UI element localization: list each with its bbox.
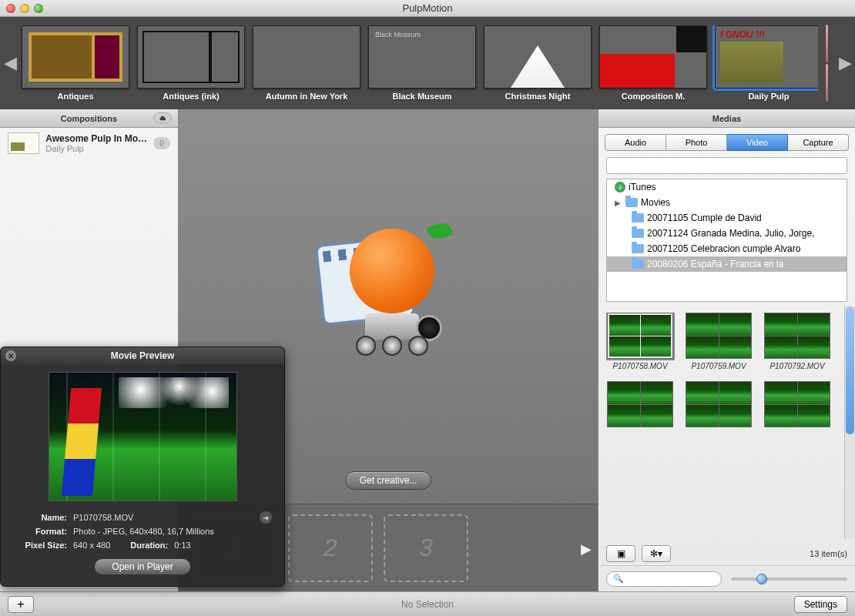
tree-row[interactable]: ♪iTunes <box>607 179 847 195</box>
template-christmas-night[interactable]: Christmas Night <box>484 25 592 101</box>
media-actions-button[interactable]: ✻▾ <box>642 545 671 562</box>
media-grid: P1070758.MOVP1070759.MOVP1070792.MOV <box>606 313 850 539</box>
tree-row[interactable]: ▶Movies <box>607 195 847 210</box>
media-thumb <box>686 381 752 427</box>
itunes-icon: ♪ <box>615 182 625 192</box>
template-composition-m-[interactable]: Composition M. <box>599 25 707 101</box>
tree-label: 20071105 Cumple de David <box>647 213 762 223</box>
template-antiques-ink-[interactable]: Antiques (ink) <box>137 25 245 101</box>
movie-preview-image[interactable] <box>49 372 237 501</box>
template-thumb <box>137 25 245 89</box>
media-thumb <box>607 381 673 427</box>
media-thumb <box>764 313 830 359</box>
drop-slot-2[interactable]: 2 <box>288 514 373 582</box>
reveal-icon[interactable]: ➜ <box>260 511 272 524</box>
media-tab-audio[interactable]: Audio <box>605 134 666 151</box>
tree-label: 20080206 España - Francia en la <box>647 259 783 270</box>
media-tabs: AudioPhotoVideoCapture <box>598 128 855 157</box>
get-creative-button[interactable]: Get creative... <box>345 471 432 490</box>
folder-icon <box>632 229 644 238</box>
composition-badge: 0 <box>153 137 170 149</box>
media-tab-capture[interactable]: Capture <box>788 134 849 151</box>
media-filename: P1070792.MOV <box>770 362 824 370</box>
preview-name-label: Name: <box>13 513 67 522</box>
thumbnail-zoom-slider[interactable] <box>731 572 847 586</box>
close-icon[interactable]: ✕ <box>5 350 16 361</box>
disclosure-icon[interactable]: ▶ <box>615 199 622 207</box>
movie-preview-header[interactable]: ✕ Movie Preview <box>1 347 284 364</box>
composition-title: Awesome Pulp In Mo… <box>45 133 147 144</box>
media-item[interactable]: P1070758.MOV <box>606 313 674 370</box>
media-thumb <box>607 313 673 359</box>
media-item[interactable]: P1070759.MOV <box>685 313 753 370</box>
media-tab-photo[interactable]: Photo <box>666 134 727 151</box>
tree-label: iTunes <box>629 182 656 192</box>
template-daily-pulp[interactable]: Daily Pulp <box>715 25 818 101</box>
preview-duration-value: 0:13 <box>174 541 190 550</box>
footer-status: No Selection <box>0 599 855 610</box>
media-item[interactable] <box>763 381 831 430</box>
template-name: Antiques (ink) <box>163 92 219 101</box>
template-thumb <box>599 25 707 89</box>
search-icon: 🔍 <box>613 574 624 584</box>
media-search-input[interactable]: 🔍 <box>606 571 722 587</box>
app-logo-icon <box>319 225 458 356</box>
template-prev[interactable]: ◀ <box>0 20 20 106</box>
tree-row[interactable]: 20071205 Celebracion cumple Alvaro <box>607 241 847 256</box>
titlebar: PulpMotion <box>0 0 855 17</box>
preview-format-value: Photo - JPEG, 640x480, 16,7 Millions <box>73 527 214 536</box>
media-tab-video[interactable]: Video <box>727 134 788 151</box>
medias-header: Medias <box>598 109 855 128</box>
media-item[interactable] <box>606 381 674 430</box>
template-name: Christmas Night <box>505 92 571 101</box>
camera-icon: ▣ <box>617 548 625 559</box>
tree-row[interactable]: 20080206 España - Francia en la <box>607 256 847 272</box>
media-thumb <box>764 381 830 427</box>
preview-format-label: Format: <box>13 527 67 536</box>
template-name: Autumn in New York <box>266 92 348 101</box>
preview-pixel-value: 640 x 480 <box>73 541 110 550</box>
media-item-count: 13 item(s) <box>810 549 847 558</box>
template-thumb <box>22 25 129 89</box>
composition-item[interactable]: Awesome Pulp In Mo…Daily Pulp0 <box>0 128 178 159</box>
gear-icon: ✻▾ <box>650 548 662 559</box>
footer-bar: + No Selection Settings <box>0 591 855 616</box>
template-strip: ◀ AntiquesAntiques (ink)Autumn in New Yo… <box>0 17 855 109</box>
tree-label: 20071205 Celebracion cumple Alvaro <box>647 243 800 254</box>
eject-icon[interactable]: ⏏ <box>153 112 172 123</box>
drop-slots-next[interactable]: ▶ <box>581 541 592 557</box>
composition-subtitle: Daily Pulp <box>45 144 147 153</box>
template-name: Antiques <box>57 92 93 101</box>
template-name: Composition M. <box>622 92 686 101</box>
template-autumn-in-new-york[interactable]: Autumn in New York <box>253 25 360 101</box>
template-next[interactable]: ▶ <box>835 20 855 106</box>
folder-icon <box>632 213 644 223</box>
import-button[interactable]: ▣ <box>606 545 635 562</box>
media-filename: P1070758.MOV <box>612 362 667 370</box>
media-item[interactable] <box>685 381 753 430</box>
template-antiques[interactable]: Antiques <box>22 25 129 101</box>
template-thumb <box>484 25 592 89</box>
preview-pixel-label: Pixel Size: <box>13 541 67 550</box>
medias-panel: Medias AudioPhotoVideoCapture ♪iTunes▶Mo… <box>598 109 855 591</box>
medias-header-label: Medias <box>712 114 741 123</box>
window-title: PulpMotion <box>0 2 855 14</box>
drop-slot-3[interactable]: 3 <box>384 514 468 582</box>
settings-button[interactable]: Settings <box>794 596 847 613</box>
folder-icon <box>625 198 638 207</box>
template-black-museum[interactable]: Black Museum <box>368 25 476 101</box>
media-filename: P1070759.MOV <box>691 362 746 370</box>
template-thumb <box>715 25 818 89</box>
template-name: Daily Pulp <box>748 92 789 101</box>
preview-duration-label: Duration: <box>130 541 168 550</box>
media-path-bar[interactable] <box>606 157 847 174</box>
tree-row[interactable]: 20071124 Granada Medina, Julio, Jorge, <box>607 226 847 241</box>
media-item[interactable]: P1070792.MOV <box>763 313 831 370</box>
tree-label: 20071124 Granada Medina, Julio, Jorge, <box>647 228 814 239</box>
compositions-header: Compositions ⏏ <box>0 109 178 128</box>
media-grid-scrollbar[interactable] <box>844 306 855 539</box>
open-in-player-button[interactable]: Open in Player <box>94 558 190 575</box>
tree-row[interactable]: 20071105 Cumple de David <box>607 210 847 226</box>
movie-preview-panel: ✕ Movie Preview Name: P1070758.MOV ➜ For… <box>0 346 285 587</box>
template-thumb <box>253 25 360 89</box>
